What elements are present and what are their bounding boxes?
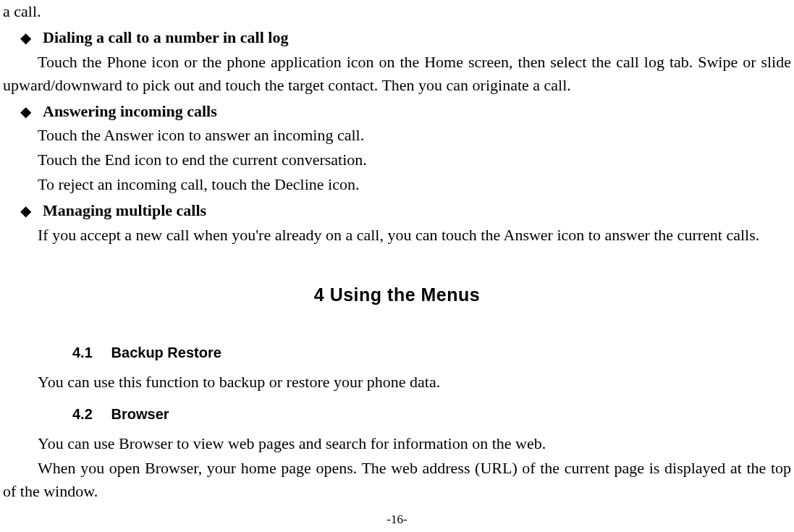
diamond-icon: ◆ [20,28,31,48]
bullet-heading: Dialing a call to a number in call log [43,26,288,49]
subsection-number: 4.1 [72,342,107,363]
paragraph: You can use this function to backup or r… [3,371,791,394]
bullet-item: ◆ Dialing a call to a number in call log [3,26,791,49]
diamond-icon: ◆ [20,200,31,221]
paragraph: To reject an incoming call, touch the De… [3,173,791,196]
subsection-title: Browser [111,406,169,422]
section-title: 4 Using the Menus [3,282,791,308]
document-body: a call. ◆ Dialing a call to a number in … [0,0,794,503]
paragraph-fragment: a call. [3,0,791,23]
bullet-item: ◆ Answering incoming calls [3,100,791,123]
paragraph: When you open Browser, your home page op… [3,457,791,503]
paragraph: Touch the Phone icon or the phone applic… [3,51,791,97]
diamond-icon: ◆ [20,101,31,122]
bullet-item: ◆ Managing multiple calls [3,199,791,222]
subsection-number: 4.2 [72,404,107,425]
page-number: -16- [0,511,794,529]
paragraph: You can use Browser to view web pages an… [3,432,791,455]
bullet-heading: Answering incoming calls [43,100,217,123]
subsection-heading: 4.1 Backup Restore [3,342,791,363]
subsection-title: Backup Restore [111,345,221,360]
paragraph: Touch the End icon to end the current co… [3,148,791,172]
subsection-heading: 4.2 Browser [3,404,791,425]
paragraph: Touch the Answer icon to answer an incom… [3,124,791,147]
bullet-heading: Managing multiple calls [43,199,206,222]
paragraph: If you accept a new call when you're alr… [3,224,791,247]
